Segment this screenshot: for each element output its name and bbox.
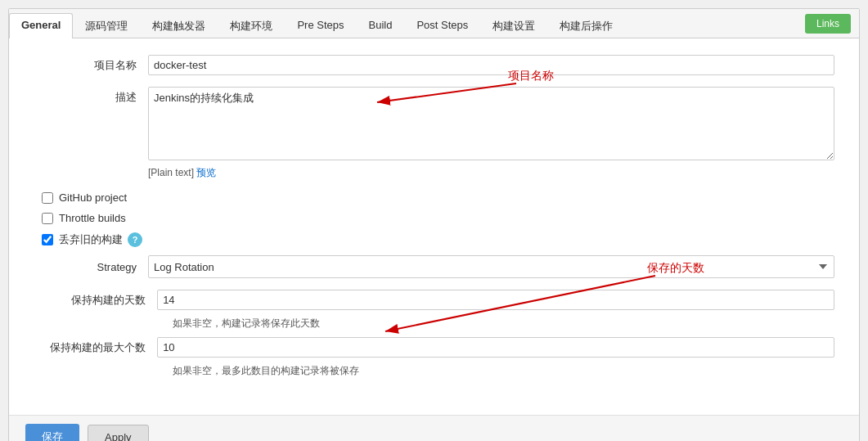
apply-button[interactable]: Apply — [88, 425, 149, 442]
max-builds-input[interactable] — [157, 337, 834, 358]
strategy-label: Strategy — [42, 261, 148, 273]
tab-pre-steps[interactable]: Pre Steps — [285, 13, 356, 38]
strategy-row: Strategy Log Rotation None — [42, 255, 834, 278]
plain-text-note: [Plain text] 预览 — [148, 166, 834, 180]
max-builds-label: 保持构建的最大个数 — [50, 340, 157, 355]
tab-post-build[interactable]: 构建后操作 — [547, 13, 625, 38]
discard-old-checkbox[interactable] — [42, 234, 53, 245]
general-tab-content: 项目名称 描述 Jenkins的持续化集成 [Plain text] 预览 — [9, 38, 859, 415]
discard-old-label[interactable]: 丢弃旧的构建 — [59, 232, 123, 247]
tab-build-env[interactable]: 构建环境 — [218, 13, 285, 38]
description-wrap: Jenkins的持续化集成 [Plain text] 预览 — [148, 87, 834, 180]
tabs-bar: General 源码管理 构建触发器 构建环境 Pre Steps Build … — [9, 9, 859, 38]
tab-build-settings[interactable]: 构建设置 — [480, 13, 547, 38]
discard-old-row: 丢弃旧的构建 ? — [34, 232, 834, 247]
links-button[interactable]: Links — [805, 14, 851, 34]
days-label: 保持构建的天数 — [50, 293, 157, 308]
github-project-label[interactable]: GitHub project — [59, 191, 127, 204]
preview-link[interactable]: 预览 — [196, 167, 216, 178]
description-textarea[interactable]: Jenkins的持续化集成 — [148, 87, 834, 160]
days-row: 保持构建的天数 — [34, 290, 834, 310]
strategy-select[interactable]: Log Rotation None — [148, 255, 834, 278]
save-button[interactable]: 保存 — [25, 424, 79, 441]
project-name-input[interactable] — [148, 55, 834, 75]
project-name-label: 项目名称 — [34, 55, 148, 73]
throttle-builds-label[interactable]: Throttle builds — [59, 212, 126, 224]
max-builds-hint: 如果非空，最多此数目的构建记录将被保存 — [34, 364, 834, 378]
tab-post-steps[interactable]: Post Steps — [404, 13, 480, 38]
max-builds-row: 保持构建的最大个数 — [34, 337, 834, 358]
description-label: 描述 — [34, 87, 148, 105]
project-name-row: 项目名称 — [34, 55, 834, 75]
description-row: 描述 Jenkins的持续化集成 [Plain text] 预览 — [34, 87, 834, 180]
days-input[interactable] — [157, 290, 834, 310]
days-hint: 如果非空，构建记录将保存此天数 — [34, 317, 834, 331]
strategy-select-wrap: Log Rotation None — [148, 255, 834, 278]
github-project-checkbox[interactable] — [42, 192, 53, 204]
tab-source-mgmt[interactable]: 源码管理 — [73, 13, 140, 38]
footer-bar: 保存 Apply — [9, 415, 859, 441]
discard-old-help-icon[interactable]: ? — [128, 232, 142, 247]
project-name-input-wrap — [148, 55, 834, 75]
tab-build-trigger[interactable]: 构建触发器 — [140, 13, 218, 38]
github-project-row: GitHub project — [34, 191, 834, 204]
tab-build[interactable]: Build — [357, 13, 405, 38]
throttle-builds-row: Throttle builds — [34, 212, 834, 224]
throttle-builds-checkbox[interactable] — [42, 213, 53, 224]
tab-general[interactable]: General — [9, 13, 73, 38]
